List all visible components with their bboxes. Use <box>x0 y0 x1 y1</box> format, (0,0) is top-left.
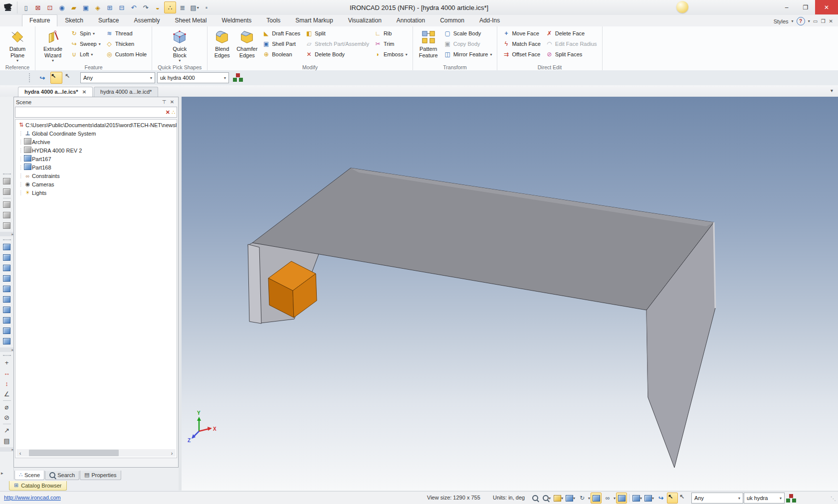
tab-smart-markup[interactable]: Smart Markup <box>288 14 340 26</box>
panel-tab-search[interactable]: Search <box>45 471 79 480</box>
tree-item-archive[interactable]: ┊Archive <box>15 138 177 146</box>
tab-visualization[interactable]: Visualization <box>341 14 389 26</box>
navigate-back-icon[interactable]: ↪ <box>36 72 48 84</box>
scene-browser-icon[interactable] <box>236 73 240 77</box>
link-document-icon[interactable]: ◉ <box>56 2 67 13</box>
chevron-down-icon[interactable]: ▾ <box>808 19 810 23</box>
tree-item-global-coordinate-system[interactable]: ┊⊥Global Coordinate System <box>15 129 177 138</box>
cylinder-measure-tool-icon[interactable]: ▤ <box>1 436 12 446</box>
filter-tree-icon[interactable]: ∴ <box>172 109 175 116</box>
part-display-icon[interactable]: ▾ <box>643 493 655 504</box>
tab-sheet-metal[interactable]: Sheet Metal <box>167 14 214 26</box>
group-collapse-arrow[interactable]: ▸ <box>0 347 13 352</box>
match-face-button[interactable]: ϟMatch Face <box>501 39 542 49</box>
box-select-cursor-icon[interactable]: ↖ <box>678 493 689 504</box>
toolbar-grip[interactable] <box>3 173 11 174</box>
scene-browser-icon[interactable] <box>789 494 793 498</box>
copy-options-icon[interactable]: ▤▾ <box>189 2 200 13</box>
toolbar-grip[interactable] <box>29 73 32 82</box>
tree-item-hydra-4000-rev-2[interactable]: ┊HYDRA 4000 REV 2 <box>15 146 177 155</box>
trim-button[interactable]: ✂Trim <box>373 39 409 49</box>
export-document-icon[interactable]: ⊡ <box>44 2 55 13</box>
assistant-orb-icon[interactable] <box>676 1 688 13</box>
datum-plane-button[interactable]: Datum Plane ▾ <box>2 28 32 64</box>
styles-button[interactable]: Styles <box>774 18 789 24</box>
scene-display-icon[interactable]: ▾ <box>631 493 643 504</box>
group-collapse-arrow[interactable]: ▸ <box>0 232 13 236</box>
leader-annotation-tool-icon[interactable]: ↗ <box>1 425 12 436</box>
emboss-button[interactable]: ◗Emboss▾ <box>373 49 409 59</box>
zoom-window-icon[interactable] <box>530 493 541 504</box>
box-select-cursor-icon[interactable]: ↖ <box>64 72 76 84</box>
save-icon[interactable]: ▣ <box>80 2 91 13</box>
navigate-icon[interactable]: ↪ <box>655 493 666 504</box>
export-part-icon[interactable]: ⊟ <box>116 2 127 13</box>
toolbar-overflow-icon[interactable]: ⹀ <box>201 2 212 13</box>
scroll-left-icon[interactable]: ‹ <box>16 450 24 456</box>
view-bottom-icon[interactable] <box>1 294 12 305</box>
orbit-view-icon[interactable]: ↻ <box>577 493 588 504</box>
close-tab-icon[interactable]: ✕ <box>82 89 86 95</box>
clear-filter-icon[interactable]: ✕ <box>166 109 170 116</box>
tab-list-dropdown-icon[interactable]: ▾ <box>831 88 833 93</box>
mirror-feature-button[interactable]: ◫Mirror Feature▾ <box>442 49 494 59</box>
radius-dimension-tool-icon[interactable]: ⌀ <box>1 402 12 412</box>
split-button[interactable]: ◧Split <box>304 28 371 38</box>
thicken-button[interactable]: ◇Thicken <box>104 39 149 49</box>
realistic-render-icon[interactable] <box>616 493 627 504</box>
tab-add-ins[interactable]: Add-Ins <box>472 14 507 26</box>
property-list-icon[interactable]: ≣ <box>177 2 188 13</box>
pin-icon[interactable]: ⊤ <box>160 99 168 105</box>
tab-annotation[interactable]: Annotation <box>389 14 432 26</box>
import-document-icon[interactable]: ⊠ <box>32 2 43 13</box>
delete-body-button[interactable]: ✕Delete Body <box>304 49 371 59</box>
panel-tab-properties[interactable]: ▤Properties <box>80 471 121 480</box>
tab-tools[interactable]: Tools <box>259 14 288 26</box>
resize-grip[interactable]: ⋱ <box>831 496 837 502</box>
group-collapse-arrow[interactable]: ▸ <box>0 447 13 452</box>
redo-icon[interactable]: ↷ <box>140 2 151 13</box>
viewport-3d[interactable]: Y X Z <box>182 97 838 491</box>
spin-button[interactable]: ↻Spin▾ <box>69 28 102 38</box>
print-3d-icon[interactable]: ◈ <box>92 2 103 13</box>
view-iso-2-icon[interactable] <box>1 315 12 326</box>
scroll-right-icon[interactable]: › <box>168 450 176 456</box>
tab-feature[interactable]: Feature <box>22 14 57 26</box>
catalog-search-combo[interactable]: uk hydra 4000 ▾ <box>157 72 229 83</box>
toolbar-grip[interactable] <box>3 355 11 356</box>
offset-face-button[interactable]: ⇉Offset Face <box>501 49 542 59</box>
panel-expand-icon[interactable]: ▸ <box>1 471 3 476</box>
shaded-render-icon[interactable] <box>591 493 602 504</box>
angle-dimension-tool-icon[interactable]: ∠ <box>1 389 12 399</box>
view-back-icon[interactable] <box>1 252 12 263</box>
mdi-window-controls[interactable]: ▭ ❐ ✕ <box>813 18 834 24</box>
boolean-split-tool-icon[interactable] <box>1 220 12 231</box>
new-document-icon[interactable]: ▯ <box>20 2 31 13</box>
tab-sketch[interactable]: Sketch <box>57 14 91 26</box>
select-cursor-icon[interactable]: ↖ <box>667 493 678 504</box>
view-left-icon[interactable] <box>1 263 12 273</box>
blend-edges-button[interactable]: Blend Edges <box>210 28 234 59</box>
rib-button[interactable]: ∟Rib <box>373 28 409 38</box>
chevron-down-icon[interactable]: ▾ <box>614 496 616 501</box>
minimize-button[interactable]: – <box>777 0 796 14</box>
delete-face-button[interactable]: ✗Delete Face <box>544 28 599 38</box>
tab-assembly[interactable]: Assembly <box>126 14 167 26</box>
tree-item-constraints[interactable]: ┊∞Constraints <box>15 171 177 180</box>
open-icon[interactable]: ▰ <box>68 2 79 13</box>
undo-icon[interactable]: ↶ <box>128 2 139 13</box>
tree-item-part167[interactable]: ┊Part167 <box>15 155 177 163</box>
boolean-union-tool-icon[interactable] <box>1 186 12 197</box>
chevron-down-icon[interactable]: ▾ <box>588 496 590 501</box>
tab-surface[interactable]: Surface <box>91 14 126 26</box>
tree-item-lights[interactable]: ┊☀Lights <box>15 188 177 197</box>
tree-item-scene-path[interactable]: ⇅C:\Users\Public\Documents\data\2015\wor… <box>15 121 177 129</box>
sweep-button[interactable]: ↪Sweep▾ <box>69 39 102 49</box>
tree-item-part168[interactable]: ┊Part168 <box>15 163 177 171</box>
horizontal-dimension-tool-icon[interactable]: ↔ <box>1 368 12 378</box>
sheet-metal-part[interactable] <box>248 168 715 468</box>
app-logo-icon[interactable] <box>0 0 17 14</box>
toolbar-grip[interactable] <box>3 239 11 240</box>
close-panel-icon[interactable]: ✕ <box>168 99 176 105</box>
visual-styles-icon[interactable]: ∞ <box>602 493 613 504</box>
